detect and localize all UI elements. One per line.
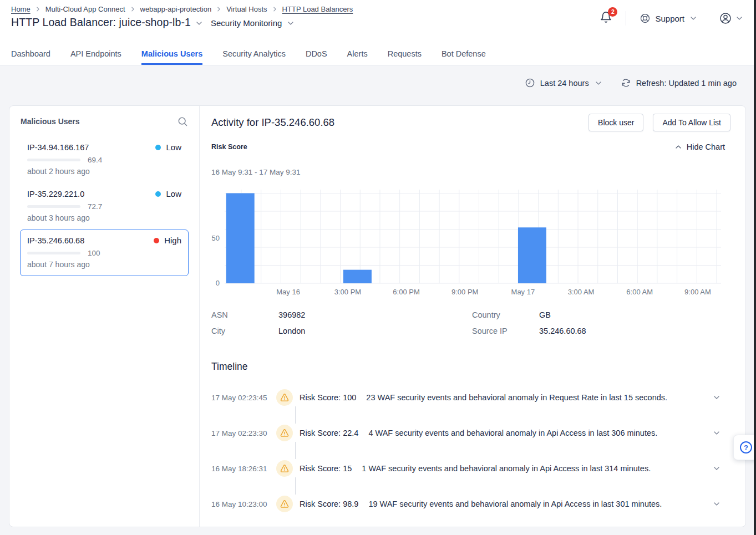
account-menu[interactable] — [719, 12, 744, 25]
event-detail-link[interactable]: 23 WAF security events and behavioral an… — [366, 393, 667, 402]
field-value: GB — [539, 311, 551, 319]
security-monitoring-select[interactable]: Security Monitoring — [211, 18, 295, 28]
svg-text:May 17: May 17 — [511, 288, 535, 296]
chart-time-range: 16 May 9:31 - 17 May 9:31 — [211, 168, 301, 177]
event-detail-link[interactable]: 1 WAF security events and behavioral ano… — [362, 464, 651, 473]
svg-text:50: 50 — [212, 234, 220, 242]
activity-title: Activity for IP-35.246.60.68 — [211, 116, 334, 129]
user-list-item[interactable]: IP-34.94.166.167 Low 69.4 about 2 hours … — [20, 136, 189, 183]
detail-header: Activity for IP-35.246.60.68 Block user … — [211, 113, 730, 132]
warning-icon — [276, 460, 293, 477]
tab-dashboard[interactable]: Dashboard — [11, 42, 50, 65]
tab-security-analytics[interactable]: Security Analytics — [222, 42, 286, 65]
event-time: 16 May 10:23:00 — [211, 500, 271, 508]
event-risk-score: Risk Score: 100 — [300, 393, 356, 402]
controls-row: Last 24 hours Refresh: Updated 1 min ago — [525, 78, 737, 88]
event-risk-score: Risk Score: 22.4 — [300, 429, 358, 437]
last-seen: about 3 hours ago — [27, 213, 181, 222]
panel-title: Malicious Users — [21, 117, 80, 126]
user-ip: IP-35.229.221.0 — [27, 190, 84, 198]
chevron-down-icon[interactable] — [195, 19, 204, 28]
user-ip: IP-34.94.166.167 — [27, 143, 89, 152]
event-detail-link[interactable]: 4 WAF security events and behavioral ano… — [368, 429, 657, 437]
tab-bot-defense[interactable]: Bot Defense — [442, 42, 486, 65]
last-seen: about 2 hours ago — [27, 167, 181, 176]
chevron-down-icon — [594, 79, 603, 88]
title-row: HTTP Load Balancer: juice-shop-lb-1 — [11, 16, 204, 29]
breadcrumb-multi-cloud-app-connect[interactable]: Multi-Cloud App Connect — [45, 5, 125, 13]
page-title: HTTP Load Balancer: juice-shop-lb-1 — [11, 16, 191, 29]
notifications-button[interactable]: 2 — [600, 11, 612, 26]
severity-label: Low — [166, 142, 181, 152]
risk-score-bar — [27, 252, 80, 254]
event-time: 17 May 02:23:45 — [211, 394, 271, 402]
refresh-button[interactable]: Refresh: Updated 1 min ago — [621, 78, 737, 88]
time-range-select[interactable]: Last 24 hours — [525, 78, 603, 88]
hide-chart-label: Hide Chart — [687, 142, 725, 151]
add-to-allow-list-button[interactable]: Add To Allow List — [653, 114, 730, 131]
help-icon: ? — [740, 441, 752, 454]
hide-chart-toggle[interactable]: Hide Chart — [674, 142, 725, 151]
tab-requests[interactable]: Requests — [388, 42, 422, 65]
risk-score-bar — [27, 205, 80, 208]
last-seen: about 7 hours ago — [27, 260, 181, 269]
time-range-label: Last 24 hours — [540, 79, 589, 88]
chevron-down-icon[interactable] — [712, 500, 721, 508]
warning-icon — [276, 425, 293, 441]
breadcrumb-virtual-hosts[interactable]: Virtual Hosts — [226, 5, 267, 13]
field-value: 396982 — [278, 311, 305, 319]
tab-alerts[interactable]: Alerts — [347, 42, 368, 65]
chevron-down-icon[interactable] — [712, 464, 721, 473]
svg-text:6:00 AM: 6:00 AM — [626, 288, 653, 296]
chevron-right-icon — [34, 6, 42, 13]
field-label: Source IP — [472, 327, 539, 335]
chevron-down-icon — [735, 14, 744, 23]
risk-score-chart: May 163:00 PM6:00 PM9:00 PMMay 173:00 AM… — [205, 186, 724, 302]
field-value: London — [278, 327, 305, 335]
user-list-item[interactable]: IP-35.229.221.0 Low 72.7 about 3 hours a… — [20, 183, 189, 230]
user-ip: IP-35.246.60.68 — [27, 236, 84, 245]
warning-icon — [276, 389, 293, 406]
svg-text:May 16: May 16 — [276, 288, 300, 296]
svg-text:3:00 AM: 3:00 AM — [568, 288, 595, 296]
risk-score-value: 100 — [88, 249, 100, 257]
breadcrumb-namespace[interactable]: webapp-api-protection — [140, 5, 212, 13]
support-menu[interactable]: Support — [640, 13, 698, 24]
window-edge — [754, 0, 756, 535]
tab-malicious-users[interactable]: Malicious Users — [141, 42, 202, 65]
chevron-down-icon[interactable] — [712, 393, 721, 402]
svg-text:9:00 AM: 9:00 AM — [684, 288, 711, 296]
clock-icon — [525, 78, 535, 88]
field-label: ASN — [211, 311, 278, 319]
breadcrumb-home[interactable]: Home — [11, 5, 31, 13]
svg-text:9:00 PM: 9:00 PM — [451, 288, 478, 296]
breadcrumb-http-load-balancers[interactable]: HTTP Load Balancers — [282, 5, 353, 13]
event-time: 16 May 18:26:31 — [211, 465, 271, 473]
risk-score-bar — [27, 159, 80, 161]
event-risk-score: Risk Score: 15 — [300, 464, 352, 473]
user-list-item-selected[interactable]: IP-35.246.60.68 High 100 about 7 hours a… — [20, 230, 189, 276]
chevron-down-icon[interactable] — [712, 429, 721, 437]
chevron-right-icon — [271, 6, 278, 13]
support-icon — [640, 13, 651, 24]
activity-detail: Activity for IP-35.246.60.68 Block user … — [200, 106, 745, 527]
tab-ddos[interactable]: DDoS — [306, 42, 327, 65]
field-source-ip: Source IP35.246.60.68 — [472, 327, 586, 335]
divider — [626, 11, 626, 26]
svg-text:0: 0 — [216, 279, 220, 287]
risk-score-row: Risk Score Hide Chart — [211, 142, 725, 151]
event-time: 17 May 02:23:30 — [211, 429, 271, 437]
notification-badge: 2 — [608, 7, 617, 17]
svg-text:6:00 PM: 6:00 PM — [393, 288, 419, 296]
warning-icon — [276, 496, 293, 512]
block-user-button[interactable]: Block user — [588, 114, 643, 131]
event-detail-link[interactable]: 19 WAF security events and behavioral an… — [368, 500, 662, 508]
timeline-event: 17 May 02:23:45 Risk Score: 100 23 WAF s… — [211, 380, 734, 415]
tab-api-endpoints[interactable]: API Endpoints — [70, 42, 121, 65]
search-icon[interactable] — [177, 116, 188, 127]
refresh-status: Refresh: Updated 1 min ago — [636, 79, 737, 88]
support-label: Support — [655, 14, 684, 23]
breadcrumb: Home Multi-Cloud App Connect webapp-api-… — [11, 5, 353, 13]
security-monitoring-label: Security Monitoring — [211, 18, 282, 28]
help-button[interactable]: ? — [733, 435, 756, 460]
